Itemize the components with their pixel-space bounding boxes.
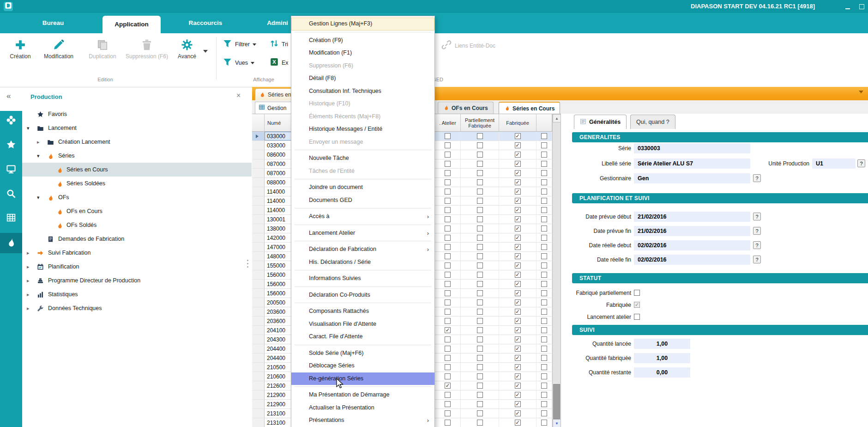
cell-partiellement[interactable] — [461, 354, 499, 363]
cell-extra[interactable] — [536, 187, 552, 196]
cell-partiellement[interactable] — [461, 372, 499, 381]
checkbox[interactable] — [477, 290, 483, 296]
cell-partiellement[interactable] — [461, 363, 499, 372]
checkbox[interactable] — [541, 216, 547, 222]
checkbox[interactable] — [445, 364, 451, 370]
cell-extra[interactable] — [536, 372, 552, 381]
sidebar-item-ofs-sold-s[interactable]: OFs Soldés — [22, 218, 252, 232]
chevron-right-icon[interactable]: ▸ — [27, 274, 30, 287]
field-value[interactable]: 21/02/2016 — [634, 212, 750, 222]
checkbox[interactable]: ✓ — [515, 189, 521, 195]
checkbox[interactable] — [445, 355, 451, 361]
cell-partiellement[interactable] — [461, 261, 499, 270]
resize-handle[interactable] — [247, 260, 249, 269]
menu-item-d-tail-f8[interactable]: Détail (F8) — [291, 72, 434, 85]
checkbox[interactable] — [541, 189, 547, 195]
field-value[interactable]: 21/02/2016 — [634, 226, 750, 236]
checkbox[interactable] — [541, 133, 547, 139]
checkbox[interactable] — [445, 299, 451, 305]
checkbox[interactable] — [445, 272, 451, 278]
sidebar-item-statistiques[interactable]: ▸Statistiques — [22, 287, 252, 301]
cell-atelier[interactable] — [435, 280, 461, 289]
cell-atelier[interactable] — [435, 372, 461, 381]
checkbox[interactable] — [477, 299, 483, 305]
minimize-button[interactable] — [842, 0, 853, 13]
checkbox[interactable] — [541, 142, 547, 148]
checkbox[interactable]: ✓ — [445, 327, 451, 333]
checkbox[interactable]: ✓ — [515, 133, 521, 139]
cell-partiellement[interactable] — [461, 132, 499, 141]
cell-partiellement[interactable] — [461, 224, 499, 233]
cell-fabriquee[interactable]: ✓ — [499, 317, 536, 326]
cell-atelier[interactable] — [435, 344, 461, 354]
tri-button[interactable]: Tri — [270, 39, 288, 49]
field-value[interactable]: 02/02/2016 — [634, 255, 750, 265]
checkbox[interactable] — [445, 226, 451, 232]
checkbox[interactable] — [445, 410, 451, 416]
ribbon-tab-application[interactable]: Application — [102, 16, 161, 33]
checkbox[interactable]: ✓ — [515, 290, 521, 296]
sidebar-item-cr-ation-lancement[interactable]: ▸Création Lancement — [22, 135, 252, 149]
checkbox[interactable] — [477, 336, 483, 342]
checkbox[interactable]: ✓ — [515, 355, 521, 361]
checkbox[interactable] — [445, 392, 451, 398]
checkbox[interactable] — [445, 235, 451, 241]
checkbox[interactable] — [445, 401, 451, 407]
checkbox[interactable] — [445, 207, 451, 213]
checkbox[interactable] — [541, 309, 547, 315]
menu-item-historique-messages-entit[interactable]: Historique Messages / Entité — [291, 123, 434, 136]
ribbon-tab-bureau[interactable]: Bureau — [18, 13, 88, 33]
field-value[interactable]: Série Atelier ALU S7 — [634, 159, 750, 169]
cell-fabriquee[interactable]: ✓ — [499, 270, 536, 280]
cell-partiellement[interactable] — [461, 390, 499, 400]
cell-atelier[interactable] — [435, 261, 461, 270]
menu-item-pr-sentations[interactable]: Présentations› — [291, 414, 434, 427]
checkbox[interactable] — [477, 235, 483, 241]
cell-extra[interactable] — [536, 381, 552, 390]
checkbox[interactable]: ✓ — [445, 383, 451, 389]
checkbox[interactable]: ✓ — [515, 198, 521, 204]
menu-item-his-d-clarations-s-rie[interactable]: His. Déclarations / Série — [291, 256, 434, 269]
checkbox[interactable] — [541, 373, 547, 379]
avance-button[interactable]: Avancé — [172, 36, 202, 82]
column-header-atelier[interactable]: . Atelier — [435, 114, 461, 132]
cell-fabriquee[interactable]: ✓ — [499, 381, 536, 390]
checkbox[interactable] — [445, 189, 451, 195]
creation-button[interactable]: Création — [4, 36, 37, 82]
cell-fabriquee[interactable]: ✓ — [499, 215, 536, 224]
rail-item-star-icon[interactable] — [0, 135, 22, 156]
cell-atelier[interactable]: ✓ — [435, 381, 461, 390]
cell-fabriquee[interactable]: ✓ — [499, 363, 536, 372]
checkbox[interactable]: ✓ — [515, 170, 521, 176]
checkbox[interactable] — [477, 281, 483, 287]
checkbox[interactable]: ✓ — [515, 346, 521, 352]
checkbox[interactable] — [541, 318, 547, 324]
checkbox[interactable] — [541, 420, 547, 426]
sidebar-item-suivi-fabrication[interactable]: ▸Suivi Fabrication — [22, 246, 252, 260]
cell-atelier[interactable]: ✓ — [435, 326, 461, 335]
field-value[interactable]: 1,00 — [634, 353, 690, 363]
field-value[interactable]: Gen — [634, 173, 750, 183]
cell-partiellement[interactable] — [461, 326, 499, 335]
checkbox[interactable] — [541, 401, 547, 407]
cell-atelier[interactable] — [435, 289, 461, 298]
checkbox[interactable] — [445, 309, 451, 315]
cell-partiellement[interactable] — [461, 169, 499, 178]
checkbox[interactable] — [445, 179, 451, 185]
cell-extra[interactable] — [536, 261, 552, 270]
checkbox[interactable] — [541, 226, 547, 232]
cell-atelier[interactable] — [435, 215, 461, 224]
cell-partiellement[interactable] — [461, 307, 499, 317]
checkbox[interactable]: ✓ — [515, 364, 521, 370]
cell-extra[interactable] — [536, 224, 552, 233]
cell-atelier[interactable] — [435, 317, 461, 326]
help-button[interactable]: ? — [753, 227, 761, 235]
chevron-down-icon[interactable] — [859, 91, 863, 93]
checkbox[interactable] — [445, 244, 451, 250]
checkbox[interactable] — [445, 290, 451, 296]
checkbox[interactable] — [477, 272, 483, 278]
menu-item-composants-rattach-s[interactable]: Composants Rattachés — [291, 305, 434, 318]
cell-atelier[interactable] — [435, 150, 461, 159]
menu-item-gestion-lignes-maj-f3[interactable]: Gestion Lignes (Maj+F3) — [291, 18, 434, 30]
ribbon-tab-raccourcis[interactable]: Raccourcis — [178, 13, 233, 33]
